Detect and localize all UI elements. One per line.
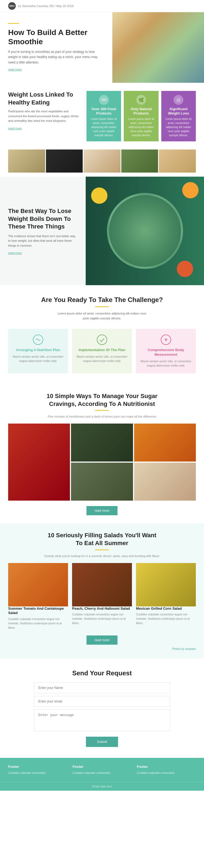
salad1-body: Curabitur vulputate consectetur augue no…: [8, 617, 68, 630]
challenge-section: Are You Ready To Take The Challenge? Lor…: [0, 285, 204, 384]
weight-loss-text: Weight Loss Linked To Healthy Eating Par…: [8, 91, 81, 142]
salad-card-2: Peach, Cherry And Halloumi Salad Curabit…: [72, 563, 132, 630]
footer-bottom-text: Simply type here: [8, 785, 196, 788]
salad-card-1: Summer Tomato And Cantaloupe Salad Curab…: [8, 563, 68, 630]
sugar-divider: [95, 410, 109, 411]
food-img-tall-1: [8, 424, 70, 501]
food-grid-item-4: [71, 463, 133, 501]
food-img-1: [8, 150, 45, 173]
challenge-card3-body: Mauris semper auctor odio, ut consectetu…: [140, 359, 192, 368]
weight-icon: ⚖: [177, 97, 180, 102]
hero-description: If you're turning to smoothies as part o…: [8, 50, 104, 65]
nutrition-icon: [33, 334, 44, 345]
natural-icon: 🌿: [138, 97, 144, 102]
photos-link[interactable]: unsplash: [185, 647, 196, 650]
banner-text: The Best Way To Lose Weight Boils Down T…: [0, 177, 86, 285]
salads-divider: [95, 550, 109, 550]
salads-title: 10 Seriously Filling Salads You'll Want …: [48, 531, 156, 547]
salad2-title: Peach, Cherry And Halloumi Salad: [72, 607, 132, 611]
salad-card-3: Mexican Grilled Corn Salad Curabitur vul…: [136, 563, 196, 630]
food-img-3: [134, 424, 196, 462]
author-info: by Samantha Cassedy, RD / May 26 2018: [18, 4, 74, 8]
fruit-deco-3: [91, 187, 107, 204]
logo-text: NRC: [9, 5, 15, 7]
svg-point-1: [97, 335, 107, 345]
salad-img-1: [8, 563, 68, 607]
feature-card-food: 🍽 Over 300 Food Products Lorem ipsum dol…: [86, 91, 121, 142]
challenge-subtitle: Lorem ipsum dolor sit amet, consectetur …: [56, 311, 148, 321]
footer-col-2: Footer Curabitur vulputate consectetur: [73, 765, 132, 775]
banner-image: [86, 177, 204, 285]
top-bar: NRC by Samantha Cassedy, RD / May 26 201…: [0, 0, 204, 12]
photos-credit: Photos by unsplash: [8, 647, 196, 650]
challenge-divider: [95, 306, 109, 307]
footer-bottom: Simply type here: [0, 782, 204, 791]
food-grid-item-5: [134, 463, 196, 501]
banner-description: The evidence shows that there isn't one …: [8, 234, 78, 248]
name-input[interactable]: [34, 682, 170, 693]
challenge-card1-title: Arranging A Nutrition Plan: [12, 348, 64, 352]
food-img-2: [46, 150, 83, 173]
food-img-3: [83, 150, 121, 173]
feature-card-natural: 🌿 Only Natural Products Lorem ipsum dolo…: [124, 91, 158, 142]
salad-img-2: [72, 563, 132, 607]
banner-read-more[interactable]: read more: [8, 251, 78, 254]
hero-title: How To Build A Better Smoothie: [8, 28, 104, 46]
submit-button[interactable]: Submit: [86, 737, 118, 747]
hero-read-more[interactable]: read more: [8, 68, 104, 71]
food-img-4: [121, 150, 158, 173]
hero-image-placeholder: [112, 12, 204, 83]
weight-icon-circle: ⚖: [174, 95, 183, 105]
hero-text-area: How To Build A Better Smoothie If you're…: [0, 12, 112, 83]
challenge-card3-title: Comprehensive Body Measurement: [140, 348, 192, 357]
card2-body: Lorem ipsum dolor sit amet, consectetur …: [126, 117, 156, 137]
footer-col1-text: Curabitur vulputate consectetur: [8, 771, 67, 775]
logo: NRC: [8, 2, 16, 10]
measurement-icon: [160, 334, 171, 345]
salads-subtitle: Exactly what you're looking for in a sum…: [8, 554, 196, 558]
card2-title: Only Natural Products: [126, 107, 156, 115]
card3-body: Lorem ipsum dolor sit amet, consectetur …: [164, 117, 193, 137]
hero-section: How To Build A Better Smoothie If you're…: [0, 12, 204, 83]
email-input[interactable]: [34, 696, 170, 707]
weight-loss-read-more[interactable]: read more: [8, 127, 22, 130]
food-grid-item-2: [71, 424, 133, 462]
fruit-deco-1: [182, 182, 199, 198]
food-img-5: [134, 463, 196, 501]
footer-col3-text: Curabitur vulputate consectetur: [137, 771, 196, 775]
salad-cards-container: Summer Tomato And Cantaloupe Salad Curab…: [8, 563, 196, 630]
footer-col-3: Footer Curabitur vulputate consectetur: [137, 765, 196, 775]
sugar-read-more-btn[interactable]: read more: [86, 506, 118, 515]
feature-card-weight: ⚖ Significant Weight Loss Lorem ipsum do…: [161, 91, 196, 142]
food-img-2: [71, 424, 133, 462]
hero-divider: [8, 23, 19, 24]
sugar-subtitle: Five minutes of mindfulness and a dash o…: [8, 415, 196, 418]
food-circle-inner: [109, 195, 181, 267]
footer: Footer Curabitur vulputate consectetur F…: [0, 758, 204, 782]
salads-section: 10 Seriously Filling Salads You'll Want …: [0, 523, 204, 658]
card1-body: Lorem ipsum dolor sit amet, consectetur …: [89, 117, 118, 137]
challenge-card-2: Implementation Of The Plan Mauris semper…: [72, 329, 132, 373]
footer-col2-text: Curabitur vulputate consectetur: [73, 771, 132, 775]
challenge-title: Are You Ready To Take The Challenge?: [8, 296, 196, 304]
footer-col1-title: Footer: [8, 765, 67, 769]
banner-title: The Best Way To Lose Weight Boils Down T…: [8, 207, 78, 230]
card3-title: Significant Weight Loss: [164, 107, 193, 115]
card1-title: Over 300 Food Products: [89, 107, 118, 115]
food-grid-item-3: [134, 424, 196, 462]
implementation-icon: [97, 334, 107, 345]
banner-section: The Best Way To Lose Weight Boils Down T…: [0, 177, 204, 285]
salad3-body: Curabitur vulputate consectetur augue no…: [136, 612, 196, 625]
food-img-5: [159, 150, 196, 173]
footer-col3-title: Footer: [137, 765, 196, 769]
message-input[interactable]: [34, 710, 170, 731]
food-circle: [107, 193, 183, 269]
fruit-deco-2: [177, 261, 193, 277]
food-icon-circle: 🍽: [99, 95, 109, 105]
challenge-card-3: Comprehensive Body Measurement Mauris se…: [136, 329, 196, 373]
challenge-cards-container: Arranging A Nutrition Plan Mauris semper…: [8, 329, 196, 373]
natural-icon-circle: 🌿: [136, 95, 146, 105]
salad-img-3: [136, 563, 196, 607]
salads-read-more-btn[interactable]: read more: [86, 636, 118, 645]
food-grid-item-1: [8, 424, 70, 501]
